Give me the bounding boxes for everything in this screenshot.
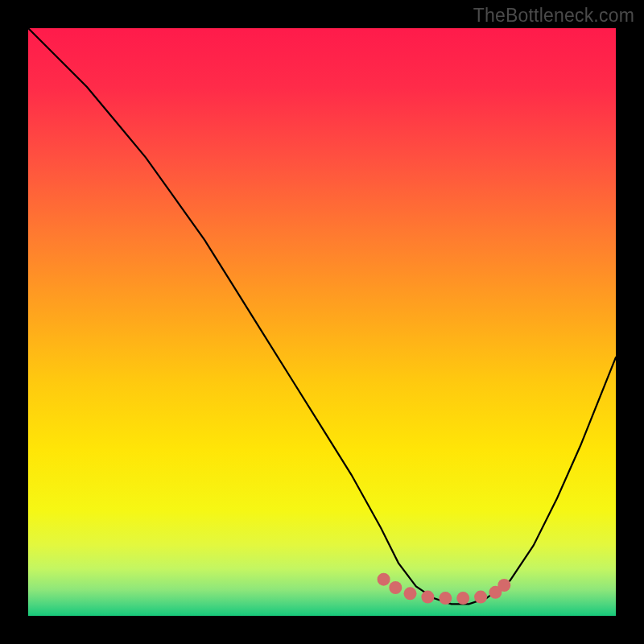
- watermark-text: TheBottleneck.com: [473, 5, 634, 27]
- marker-point: [474, 591, 487, 604]
- marker-point: [389, 581, 402, 594]
- marker-point: [378, 573, 390, 586]
- plot-area: [28, 28, 616, 616]
- marker-point: [456, 592, 469, 605]
- chart-frame: TheBottleneck.com: [0, 0, 644, 644]
- low-bottleneck-markers: [378, 573, 511, 605]
- marker-point: [497, 579, 510, 592]
- curve-layer: [28, 28, 616, 616]
- marker-point: [439, 592, 452, 605]
- marker-point: [421, 591, 434, 604]
- marker-point: [404, 587, 417, 600]
- bottleneck-curve: [28, 28, 616, 604]
